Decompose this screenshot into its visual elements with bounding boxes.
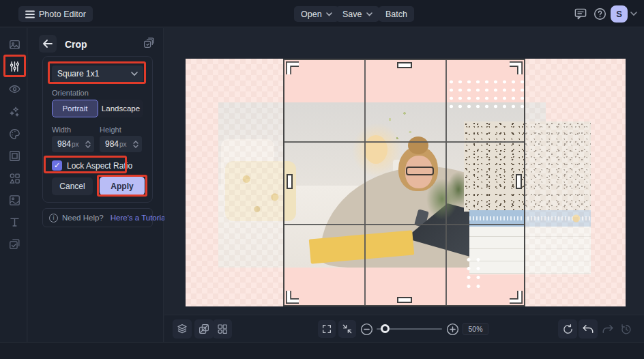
- duplicate-panel-icon[interactable]: [143, 37, 155, 51]
- zoom-in-button[interactable]: [445, 321, 460, 336]
- crop-handle-bottom-left[interactable]: [286, 289, 301, 304]
- sparkles-icon: [8, 105, 21, 118]
- rail-item-image-manager[interactable]: [8, 38, 21, 51]
- reset-button[interactable]: [558, 319, 577, 339]
- crop-handle-bottom-right[interactable]: [508, 289, 523, 304]
- undo-button[interactable]: [579, 319, 598, 339]
- fullscreen-button[interactable]: [318, 320, 336, 338]
- texture-overlay-icon: [8, 194, 21, 207]
- eye-icon: [8, 83, 21, 96]
- layers-panel-button[interactable]: [173, 319, 192, 339]
- rail-item-frames[interactable]: [8, 149, 21, 162]
- image-canvas[interactable]: [186, 59, 626, 306]
- width-input[interactable]: 984 px: [52, 136, 94, 152]
- width-unit: px: [72, 141, 85, 148]
- redo-button[interactable]: [598, 319, 617, 339]
- rail-item-layers[interactable]: [8, 237, 21, 250]
- flatten-icon: [198, 323, 210, 335]
- zoom-out-button[interactable]: [359, 321, 374, 336]
- crop-preset-dropdown[interactable]: Square 1x1: [52, 66, 143, 82]
- orientation-toggle: Portrait Landscape: [52, 100, 143, 117]
- feedback-chat-button[interactable]: [573, 7, 588, 20]
- crop-selection-box[interactable]: [283, 59, 525, 306]
- footer-strip: [0, 342, 644, 359]
- batch-button-label: Batch: [385, 10, 407, 19]
- undo-icon: [582, 324, 594, 334]
- palette-icon: [8, 128, 21, 141]
- redo-icon: [602, 324, 614, 334]
- frame-icon: [8, 149, 21, 162]
- avatar-initial: S: [616, 9, 622, 19]
- crop-panel: Crop Square 1x1 Orientation Portrait Lan…: [28, 28, 164, 342]
- canvas-area: [164, 28, 644, 315]
- bottom-toolbar: 50%: [164, 315, 644, 342]
- crop-gridline-vertical-1: [364, 60, 366, 305]
- zoom-slider[interactable]: [377, 328, 442, 330]
- rail-item-artsy[interactable]: [8, 127, 21, 141]
- rail-item-touchup[interactable]: [8, 82, 21, 96]
- rail-item-overlays[interactable]: [8, 193, 21, 207]
- orientation-portrait-button[interactable]: Portrait: [52, 100, 98, 117]
- image-icon: [8, 38, 21, 51]
- reset-refresh-icon: [562, 324, 574, 335]
- compress-icon: [342, 324, 353, 334]
- back-button[interactable]: [39, 35, 57, 53]
- orientation-label: Orientation: [52, 89, 89, 97]
- rail-item-effects[interactable]: [8, 104, 21, 118]
- help-text: Need Help?: [62, 214, 104, 222]
- width-label: Width: [52, 126, 71, 134]
- width-stepper[interactable]: [85, 141, 91, 148]
- user-avatar[interactable]: S: [611, 5, 628, 23]
- rail-item-graphics[interactable]: [8, 171, 21, 185]
- zoom-level-badge[interactable]: 50%: [463, 323, 488, 335]
- rail-item-edit[interactable]: [8, 59, 21, 73]
- plus-circle-icon: [446, 323, 459, 336]
- templates-grid-button[interactable]: [213, 319, 232, 339]
- account-menu-chevron[interactable]: [630, 10, 638, 17]
- history-button[interactable]: [617, 319, 636, 339]
- tutorial-link[interactable]: Here's a Tutorial: [111, 214, 167, 222]
- crop-handle-top-right[interactable]: [508, 61, 523, 76]
- chevron-up-icon: [133, 141, 138, 144]
- lock-aspect-ratio-row[interactable]: ✓ Lock Aspect Ratio: [52, 160, 132, 171]
- flatten-layers-button[interactable]: [194, 319, 214, 339]
- orientation-landscape-button[interactable]: Landscape: [98, 100, 143, 117]
- chat-bubble-icon: [574, 8, 587, 20]
- crop-handle-left[interactable]: [287, 174, 293, 189]
- width-value: 984: [57, 139, 71, 149]
- height-input[interactable]: 984 px: [100, 136, 142, 152]
- help-button[interactable]: [593, 7, 606, 20]
- height-unit: px: [119, 141, 133, 148]
- chevron-down-icon: [131, 72, 138, 76]
- rail-item-text[interactable]: [8, 215, 21, 229]
- arrow-left-icon: [43, 40, 53, 48]
- chevron-down-icon: [133, 145, 138, 148]
- chevron-down-icon: [326, 12, 332, 16]
- crop-handle-top[interactable]: [397, 62, 412, 68]
- height-stepper[interactable]: [133, 141, 138, 148]
- chevron-down-icon: [85, 145, 91, 148]
- shapes-icon: [8, 172, 21, 185]
- top-bar: Photo Editor Open Save Batch S: [0, 0, 644, 27]
- crop-gridline-horizontal-2: [284, 224, 524, 225]
- height-label: Height: [100, 126, 121, 134]
- crop-handle-right[interactable]: [516, 174, 522, 189]
- lock-aspect-ratio-checkbox[interactable]: ✓: [52, 160, 62, 171]
- open-button[interactable]: Open: [294, 6, 339, 22]
- save-button[interactable]: Save: [336, 6, 379, 22]
- crop-handle-bottom[interactable]: [397, 297, 412, 303]
- layers-stack-icon: [176, 323, 188, 335]
- batch-button[interactable]: Batch: [379, 6, 414, 22]
- fit-to-screen-button[interactable]: [338, 320, 356, 338]
- height-value: 984: [105, 139, 119, 149]
- apply-button[interactable]: Apply: [100, 177, 145, 195]
- zoom-slider-knob[interactable]: [381, 324, 390, 333]
- save-button-label: Save: [342, 10, 362, 19]
- photo-editor-app: Photo Editor Open Save Batch S: [0, 0, 644, 359]
- crop-handle-top-left[interactable]: [286, 61, 301, 76]
- cancel-button[interactable]: Cancel: [52, 177, 93, 195]
- crop-preset-value: Square 1x1: [57, 69, 131, 78]
- main-menu-button[interactable]: Photo Editor: [18, 6, 93, 22]
- history-clock-icon: [620, 323, 632, 335]
- text-icon: [8, 216, 21, 229]
